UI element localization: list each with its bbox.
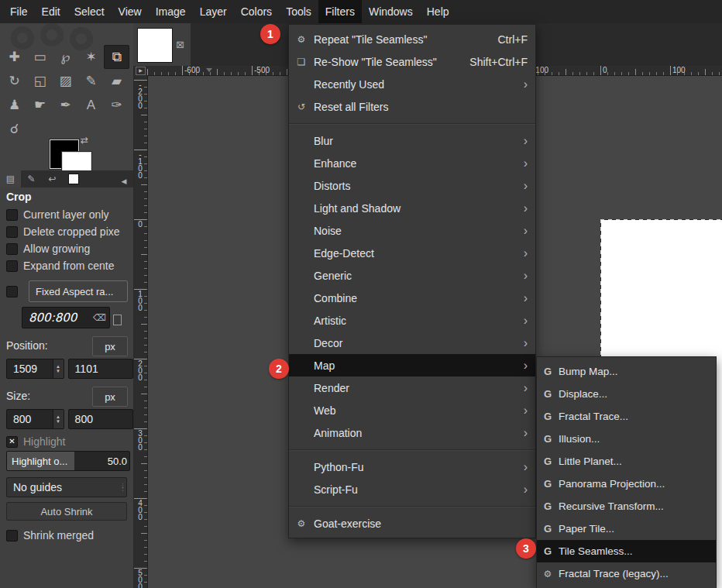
- size-width-value: 800: [7, 410, 53, 428]
- position-spinner[interactable]: ▲▼: [53, 359, 64, 378]
- menu-item-light-and-shadow[interactable]: Light and Shadow›: [289, 197, 535, 219]
- menubar-item-filters[interactable]: Filters: [318, 0, 362, 23]
- size-spinner[interactable]: ▲▼: [53, 410, 64, 428]
- highlight-checkbox[interactable]: ✕: [6, 436, 18, 448]
- submenu-arrow-icon: ›: [524, 270, 528, 281]
- aspect-ratio-field[interactable]: 800:800 ⌫: [22, 307, 110, 328]
- menu-item-combine[interactable]: Combine›: [289, 287, 535, 309]
- paintbrush-tool[interactable]: ✎: [78, 69, 104, 93]
- menubar-item-layer[interactable]: Layer: [193, 0, 234, 23]
- menubar-item-view[interactable]: View: [112, 0, 149, 23]
- size-width-field[interactable]: 800 ▲▼: [6, 409, 64, 429]
- menu-item-tile-seamless[interactable]: GTile Seamless...: [537, 540, 716, 562]
- menu-item-label: Enhance: [314, 157, 356, 170]
- dock-tab-image-thumbnail[interactable]: [63, 170, 84, 187]
- menu-item-enhance[interactable]: Enhance›: [289, 152, 535, 174]
- menu-item-render[interactable]: Render›: [289, 377, 535, 399]
- move-tool[interactable]: ✚: [2, 45, 27, 69]
- dock-tab-device-status[interactable]: ✎: [21, 170, 42, 187]
- fixed-aspect-dropdown[interactable]: Fixed Aspect ra...: [29, 280, 128, 302]
- menu-item-map[interactable]: Map›: [289, 354, 535, 377]
- menu-item-panorama-projection[interactable]: GPanorama Projection...: [537, 473, 716, 495]
- text-tool[interactable]: A: [78, 93, 104, 117]
- menubar-item-select[interactable]: Select: [67, 0, 112, 23]
- dock-tab-menu-icon[interactable]: ◀: [118, 175, 130, 187]
- shrink-merged-checkbox[interactable]: [6, 530, 18, 542]
- fixed-aspect-row: Fixed Aspect ra...: [6, 280, 133, 302]
- menu-item-displace[interactable]: GDisplace...: [537, 383, 716, 405]
- menu-item-generic[interactable]: Generic›: [289, 264, 535, 287]
- menu-item-label: Script-Fu: [314, 483, 358, 496]
- menubar-item-image[interactable]: Image: [149, 0, 193, 23]
- fixed-aspect-checkbox[interactable]: [6, 286, 18, 297]
- clear-icon[interactable]: ⌫: [93, 312, 106, 323]
- menu-item-fractal-trace[interactable]: GFractal Trace...: [537, 405, 716, 428]
- menu-item-python-fu[interactable]: Python-Fu›: [289, 456, 535, 478]
- position-y-field[interactable]: 1101: [68, 359, 133, 379]
- eraser-tool[interactable]: ▰: [104, 69, 129, 93]
- menubar-item-colors[interactable]: Colors: [234, 0, 279, 23]
- menu-item-blur[interactable]: Blur›: [289, 129, 535, 152]
- menu-item-illusion[interactable]: GIllusion...: [537, 428, 716, 450]
- checkbox[interactable]: [6, 243, 18, 255]
- color-picker-tool[interactable]: ✑: [104, 93, 129, 117]
- image-tab[interactable]: ⊠: [133, 23, 191, 66]
- menu-item-animation[interactable]: Animation›: [289, 421, 535, 444]
- menubar-item-file[interactable]: File: [3, 0, 35, 23]
- position-unit-dropdown[interactable]: px: [92, 336, 128, 356]
- menu-item-re-show-tile-seamless[interactable]: ❏Re-Show "Tile Seamless"Shift+Ctrl+F: [289, 50, 535, 73]
- clone-tool[interactable]: ♟: [2, 93, 27, 117]
- rectangle-select-tool[interactable]: ▭: [27, 45, 53, 69]
- portrait-orientation-icon[interactable]: [113, 315, 122, 325]
- vertical-ruler[interactable]: - 2 0 0- 1 0 001 0 02 0 03 0 04 0 05 0 0: [134, 75, 148, 588]
- free-select-tool[interactable]: ℘: [53, 45, 78, 69]
- close-icon[interactable]: ⊠: [176, 39, 184, 50]
- menu-item-recursive-transform[interactable]: GRecursive Transform...: [537, 495, 716, 518]
- swap-colors-icon[interactable]: ⇄: [81, 135, 88, 146]
- ink-tool[interactable]: ✒: [53, 93, 78, 117]
- menu-item-decor[interactable]: Decor›: [289, 332, 535, 354]
- guides-dropdown[interactable]: No guides ⋮⋮: [6, 477, 127, 497]
- size-unit-dropdown[interactable]: px: [92, 387, 128, 407]
- menu-item-fractal-trace-legacy[interactable]: ⚙Fractal Trace (legacy)...: [537, 562, 716, 585]
- submenu-arrow-icon: ›: [524, 136, 528, 146]
- handle-transform-tool[interactable]: ◱: [27, 69, 53, 93]
- smudge-tool[interactable]: ☛: [27, 93, 53, 117]
- auto-shrink-button[interactable]: Auto Shrink: [6, 502, 127, 521]
- menu-item-goat-exercise[interactable]: ⚙Goat-exercise: [289, 512, 535, 535]
- crop-tool[interactable]: ⧉: [104, 45, 129, 69]
- vruler-label: 0: [134, 219, 146, 228]
- menu-item-bump-map[interactable]: GBump Map...: [537, 360, 716, 383]
- shrink-merged-label: Shrink merged: [23, 529, 94, 542]
- menu-item-script-fu[interactable]: Script-Fu›: [289, 478, 535, 500]
- menubar-item-edit[interactable]: Edit: [35, 0, 67, 23]
- menu-item-recently-used[interactable]: Recently Used›: [289, 73, 535, 95]
- size-height-field[interactable]: 800: [68, 409, 133, 429]
- fuzzy-select-tool[interactable]: ✶: [78, 45, 104, 69]
- menubar-item-help[interactable]: Help: [420, 0, 456, 23]
- menubar-item-windows[interactable]: Windows: [362, 0, 420, 23]
- gradient-tool[interactable]: ▨: [53, 69, 78, 93]
- menu-item-web[interactable]: Web›: [289, 399, 535, 421]
- menubar-item-tools[interactable]: Tools: [279, 0, 318, 23]
- menu-item-noise[interactable]: Noise›: [289, 219, 535, 242]
- vruler-label: 4 0 0: [134, 498, 146, 521]
- menu-item-repeat-tile-seamless[interactable]: ⚙Repeat "Tile Seamless"Ctrl+F: [289, 28, 535, 50]
- menu-item-edge-detect[interactable]: Edge-Detect›: [289, 242, 535, 264]
- dock-tab-undo-history[interactable]: ↩: [42, 170, 63, 187]
- dock-tab-tool-options[interactable]: ▤: [0, 170, 21, 187]
- position-x-field[interactable]: 1509 ▲▼: [6, 359, 64, 379]
- checkbox[interactable]: [6, 226, 18, 238]
- menu-item-reset-all-filters[interactable]: ↺Reset all Filters: [289, 95, 535, 118]
- menu-item-distorts[interactable]: Distorts›: [289, 174, 535, 197]
- checkbox[interactable]: [6, 209, 18, 221]
- menu-item-paper-tile[interactable]: GPaper Tile...: [537, 518, 716, 540]
- gegl-icon: G: [537, 545, 559, 557]
- menu-item-little-planet[interactable]: GLittle Planet...: [537, 450, 716, 473]
- unified-transform-tool[interactable]: ↻: [2, 69, 27, 93]
- highlight-opacity-slider[interactable]: Highlight o... 50.0: [6, 451, 130, 471]
- checkbox[interactable]: [6, 260, 18, 272]
- menu-item-label: Bump Map...: [559, 366, 618, 377]
- menu-item-artistic[interactable]: Artistic›: [289, 309, 535, 332]
- menu-item-label: Animation: [314, 427, 362, 439]
